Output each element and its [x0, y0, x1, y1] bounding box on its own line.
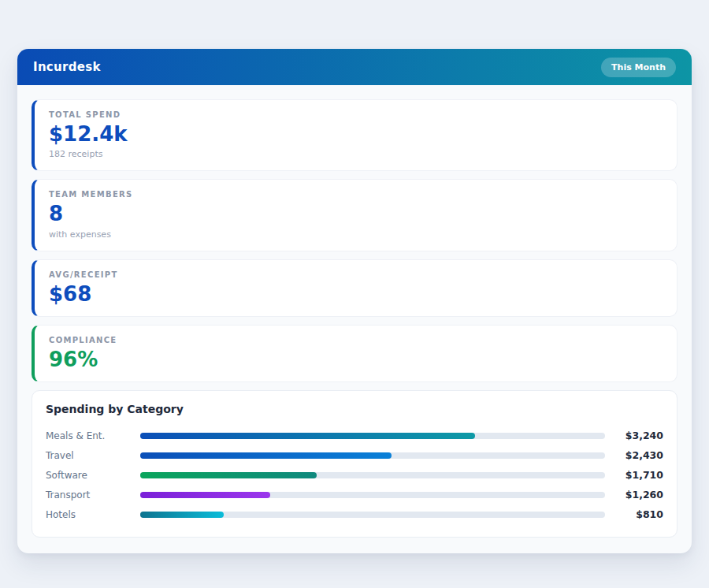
stat-card: COMPLIANCE 96%	[32, 325, 677, 382]
stat-sublabel: with expenses	[49, 229, 663, 240]
chart-row: Meals & Ent. $3,240	[46, 426, 663, 445]
bar-fill	[140, 492, 270, 498]
chart-row: Transport $1,260	[46, 485, 663, 504]
stat-label: TEAM MEMBERS	[49, 190, 663, 199]
bar-fill	[140, 512, 224, 518]
period-badge[interactable]: This Month	[601, 58, 676, 77]
app-header: Incurdesk This Month	[17, 49, 692, 85]
chart-row: Software $1,710	[46, 465, 663, 485]
category-label: Software	[46, 470, 140, 481]
spending-chart-panel: Spending by Category Meals & Ent. $3,240…	[32, 390, 677, 538]
bar-track	[140, 452, 605, 459]
bar-fill	[140, 472, 317, 478]
category-label: Meals & Ent.	[46, 430, 140, 441]
category-label: Travel	[46, 450, 140, 461]
stat-value: 96%	[49, 349, 663, 370]
stat-value: $68	[49, 284, 663, 305]
app-body: TOTAL SPEND $12.4k 182 receipts TEAM MEM…	[17, 85, 692, 553]
stat-card: TOTAL SPEND $12.4k 182 receipts	[32, 99, 677, 171]
bar-track	[140, 512, 605, 518]
stats-container: TOTAL SPEND $12.4k 182 receipts TEAM MEM…	[32, 99, 677, 382]
stat-label: AVG/RECEIPT	[49, 270, 663, 279]
stat-value: 8	[49, 203, 663, 225]
category-value: $2,430	[605, 449, 663, 461]
chart-row: Hotels $810	[46, 504, 663, 524]
bar-track	[140, 492, 605, 498]
chart-title: Spending by Category	[46, 403, 663, 415]
chart-rows: Meals & Ent. $3,240 Travel $2,430 Softwa…	[46, 426, 663, 524]
stat-card: AVG/RECEIPT $68	[32, 259, 677, 317]
category-value: $3,240	[605, 430, 663, 441]
stat-value: $12.4k	[49, 124, 663, 145]
stat-label: TOTAL SPEND	[49, 110, 663, 119]
stat-sublabel: 182 receipts	[49, 149, 663, 159]
app-title: Incurdesk	[33, 60, 101, 74]
category-value: $1,710	[605, 469, 663, 481]
bar-fill	[140, 452, 392, 459]
category-label: Hotels	[46, 509, 140, 520]
bar-track	[140, 472, 605, 478]
stat-label: COMPLIANCE	[49, 336, 663, 344]
category-value: $1,260	[605, 489, 663, 501]
bar-fill	[140, 433, 475, 439]
dashboard-card: Incurdesk This Month TOTAL SPEND $12.4k …	[17, 49, 692, 553]
chart-row: Travel $2,430	[46, 445, 663, 465]
category-value: $810	[605, 508, 663, 520]
stat-card: TEAM MEMBERS 8 with expenses	[32, 179, 677, 251]
category-label: Transport	[46, 489, 140, 501]
bar-track	[140, 433, 605, 439]
